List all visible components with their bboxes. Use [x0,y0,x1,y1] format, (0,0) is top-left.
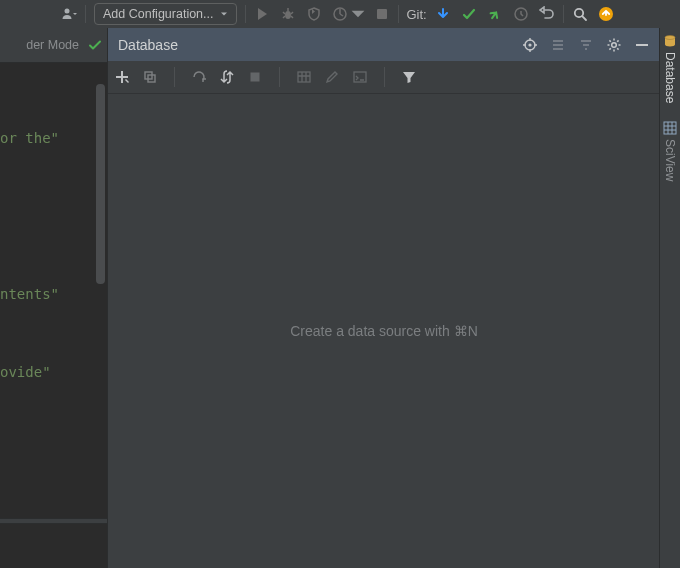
svg-rect-28 [298,72,310,82]
hide-icon[interactable] [634,37,650,53]
tab-database[interactable]: Database [663,34,677,103]
inspection-ok-icon[interactable] [87,37,103,53]
toolbar-separator [245,5,246,23]
svg-rect-32 [664,122,676,134]
tab-database-label: Database [663,52,677,103]
profile-dropdown-icon[interactable] [350,6,366,22]
svg-line-23 [609,48,610,49]
ide-update-icon[interactable] [598,6,614,22]
reader-mode-label: der Mode [26,38,79,52]
code-line [0,203,107,229]
svg-rect-8 [377,9,387,19]
settings-icon[interactable] [606,37,622,53]
target-icon[interactable] [522,37,538,53]
main-toolbar: Add Configuration... Git: [0,0,680,29]
git-push-icon[interactable] [487,6,503,22]
svg-line-21 [617,48,618,49]
toolbar-separator [174,67,175,87]
expand-top-icon[interactable] [550,37,566,53]
code-line: ovide" [0,359,107,385]
svg-line-4 [291,12,293,14]
stop-icon[interactable] [374,6,390,22]
code-line: ntents" [0,281,107,307]
search-icon[interactable] [572,6,588,22]
database-toolbar [108,61,660,94]
edit-icon[interactable] [324,69,340,85]
duplicate-icon[interactable] [142,69,158,85]
git-label: Git: [407,7,427,22]
code-line [0,437,107,463]
svg-line-22 [617,40,618,41]
git-commit-icon[interactable] [461,6,477,22]
toolbar-separator [398,5,399,23]
database-empty-hint: Create a data source with ⌘N [290,323,478,339]
database-icon [663,34,677,48]
code-line: or the" [0,125,107,151]
add-icon[interactable] [114,69,130,85]
svg-point-0 [65,9,70,14]
stop-db-icon[interactable] [247,69,263,85]
user-dropdown-icon[interactable] [61,6,77,22]
filter-icon[interactable] [401,69,417,85]
refresh-icon[interactable] [191,69,207,85]
git-pull-icon[interactable] [435,6,451,22]
sync-icon[interactable] [219,69,235,85]
editor-header: der Mode [0,28,107,63]
toolbar-separator [279,67,280,87]
console-icon[interactable] [352,69,368,85]
svg-line-20 [609,40,610,41]
svg-line-6 [291,16,293,18]
svg-point-14 [528,43,531,46]
run-config-dropdown[interactable]: Add Configuration... [94,3,237,25]
sciview-icon [663,121,677,135]
svg-line-5 [283,16,285,18]
svg-line-11 [582,16,586,20]
database-titlebar: Database [108,28,660,61]
profile-icon[interactable] [332,6,348,22]
database-tool-window: Database [107,28,660,568]
right-sidebar: Database SciView [659,28,680,568]
editor-split[interactable] [0,518,107,524]
database-empty-body: Create a data source with ⌘N [108,94,660,568]
debug-icon[interactable] [280,6,296,22]
svg-rect-24 [636,44,648,46]
svg-point-1 [285,11,291,19]
coverage-icon[interactable] [306,6,322,22]
toolbar-separator [384,67,385,87]
git-revert-icon[interactable] [539,6,555,22]
toolbar-separator [563,5,564,23]
svg-line-3 [283,12,285,14]
table-icon[interactable] [296,69,312,85]
tab-sciview[interactable]: SciView [663,121,677,181]
git-history-icon[interactable] [513,6,529,22]
editor-area: der Mode or the" ntents" ovide" names. " [0,28,107,568]
toolbar-separator [85,5,86,23]
editor-body[interactable]: or the" ntents" ovide" names. " [0,63,107,568]
expand-bottom-icon[interactable] [578,37,594,53]
svg-point-15 [612,42,617,47]
database-title: Database [118,37,510,53]
run-icon[interactable] [254,6,270,22]
tab-sciview-label: SciView [663,139,677,181]
run-config-label: Add Configuration... [103,7,214,21]
editor-scrollbar-thumb[interactable] [96,84,105,284]
svg-rect-27 [251,73,260,82]
